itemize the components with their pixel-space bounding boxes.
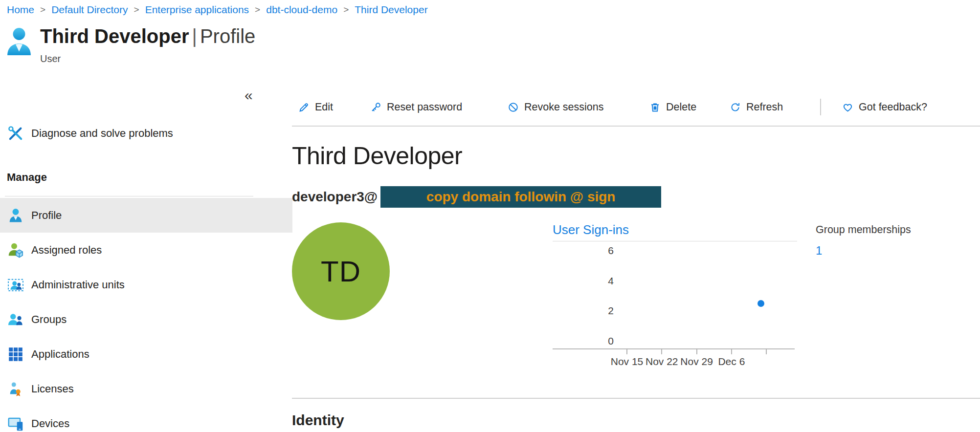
x-tick-mark (696, 348, 697, 354)
diagnose-icon (7, 125, 24, 142)
sidebar-item-label: Diagnose and solve problems (31, 127, 173, 140)
reset-password-button[interactable]: Reset password (370, 96, 462, 118)
sidebar-item-label: Profile (31, 209, 62, 222)
x-tick-mark (626, 348, 627, 354)
breadcrumb-link-dbt-cloud-demo[interactable]: dbt-cloud-demo (266, 4, 337, 16)
x-tick-mark (661, 348, 662, 354)
sidebar-collapse-button[interactable]: « (245, 88, 253, 103)
breadcrumb-link-default-directory[interactable]: Default Directory (51, 4, 128, 16)
user-icon (6, 25, 32, 57)
breadcrumb-link-home[interactable]: Home (7, 4, 34, 16)
sidebar-divider (5, 196, 253, 196)
licenses-icon (7, 380, 24, 398)
sidebar-section-manage: Manage (7, 171, 47, 184)
delete-label: Delete (666, 101, 696, 113)
user-principal-name: developer3@ copy domain followin @ sign (292, 186, 661, 208)
sidebar-item-groups[interactable]: Groups (0, 302, 292, 337)
avatar: TD (292, 222, 390, 320)
breadcrumb-separator: > (255, 4, 260, 15)
sidebar-item-label: Licenses (31, 383, 74, 395)
upn-prefix: developer3@ (292, 189, 378, 205)
identity-section-heading: Identity (292, 412, 344, 429)
page-header: Third Developer|Profile User (6, 25, 255, 65)
heart-icon (842, 102, 853, 113)
refresh-label: Refresh (746, 101, 783, 113)
delete-button[interactable]: Delete (649, 96, 696, 118)
breadcrumb-separator: > (343, 4, 349, 15)
block-icon (508, 102, 519, 113)
data-point (757, 300, 764, 307)
y-axis-label: 4 (579, 275, 614, 287)
breadcrumb-separator: > (134, 4, 139, 15)
pencil-icon (298, 102, 310, 113)
y-axis-label: 2 (579, 304, 614, 317)
reset-password-label: Reset password (387, 101, 462, 113)
sidebar-item-diagnose-and-solve-problems[interactable]: Diagnose and solve problems (0, 120, 292, 147)
administrative-units-icon (7, 276, 24, 294)
sidebar-item-devices[interactable]: Devices (0, 406, 292, 432)
x-axis-label: Dec 6 (710, 355, 754, 368)
profile-person-icon (7, 207, 24, 224)
user-signins-chart: User Sign-ins 0246Nov 15Nov 22Nov 29Dec … (553, 222, 797, 375)
page-title: Third Developer|Profile (40, 25, 255, 47)
sidebar-item-label: Applications (31, 348, 89, 361)
revoke-sessions-button[interactable]: Revoke sessions (508, 96, 604, 118)
y-axis-label: 6 (579, 244, 614, 257)
page-title-section: Profile (200, 25, 255, 47)
applications-grid-icon (7, 346, 24, 363)
group-memberships-count-link[interactable]: 1 (816, 244, 822, 258)
toolbar-divider (820, 99, 821, 115)
page-subtitle: User (40, 53, 255, 65)
sidebar-item-licenses[interactable]: Licenses (0, 371, 292, 406)
breadcrumb: Home > Default Directory > Enterprise ap… (7, 4, 428, 16)
sidebar: « Diagnose and solve problems Manage Pro… (0, 73, 292, 432)
revoke-sessions-label: Revoke sessions (524, 101, 604, 113)
edit-button[interactable]: Edit (298, 96, 333, 118)
got-feedback-label: Got feedback? (859, 101, 927, 113)
edit-label: Edit (315, 101, 333, 113)
sidebar-item-administrative-units[interactable]: Administrative units (0, 267, 292, 302)
user-display-name: Third Developer (292, 142, 462, 170)
y-axis-label: 0 (579, 335, 614, 347)
sidebar-item-assigned-roles[interactable]: Assigned roles (0, 233, 292, 267)
sidebar-item-label: Devices (31, 417, 69, 430)
sidebar-item-label: Assigned roles (31, 244, 102, 257)
signins-plot: 0246Nov 15Nov 22Nov 29Dec 6 (553, 222, 797, 375)
domain-redaction-overlay: copy domain followin @ sign (380, 186, 661, 208)
devices-icon (7, 415, 24, 432)
trash-icon (649, 102, 661, 113)
groups-icon (7, 311, 24, 328)
refresh-button[interactable]: Refresh (730, 96, 783, 118)
breadcrumb-link-enterprise-applications[interactable]: Enterprise applications (145, 4, 249, 16)
x-tick-mark (731, 348, 732, 354)
x-tick-mark (766, 348, 767, 354)
group-memberships: Group memberships 1 (816, 224, 911, 258)
sidebar-item-label: Administrative units (31, 279, 125, 291)
key-icon (370, 102, 381, 113)
page-title-pipe: | (192, 25, 197, 47)
breadcrumb-link-third-developer[interactable]: Third Developer (355, 4, 427, 16)
got-feedback-button[interactable]: Got feedback? (842, 96, 927, 118)
sidebar-item-applications[interactable]: Applications (0, 337, 292, 371)
assigned-roles-icon (7, 241, 24, 259)
page-title-name: Third Developer (40, 25, 189, 47)
sidebar-item-profile[interactable]: Profile (0, 198, 292, 233)
refresh-icon (730, 102, 741, 113)
sidebar-item-label: Groups (31, 313, 67, 326)
toolbar-underline (292, 126, 980, 127)
breadcrumb-separator: > (40, 4, 45, 15)
section-divider (292, 398, 980, 399)
group-memberships-label: Group memberships (816, 224, 911, 236)
x-axis-line (553, 348, 795, 349)
